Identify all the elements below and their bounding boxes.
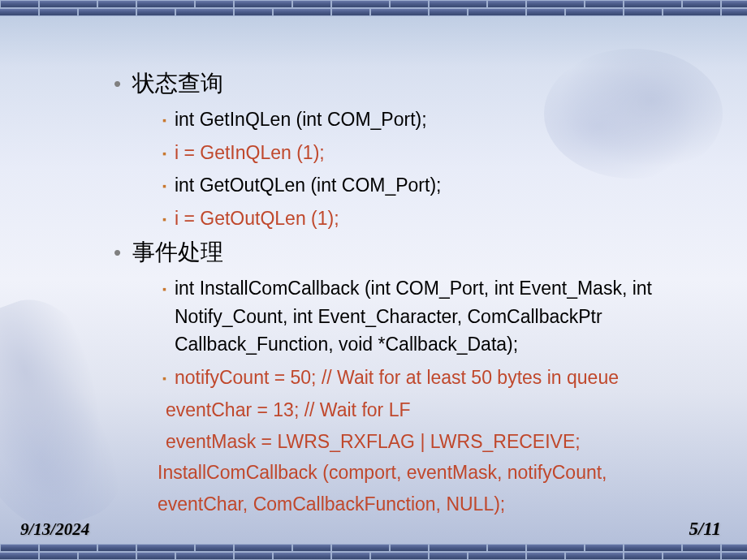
code-line: InstallComCallback (comport, eventMask, … — [154, 459, 715, 487]
sub-item-text: i = GetInQLen (1); — [175, 139, 325, 167]
footer-date: 9/13/2024 — [20, 519, 89, 540]
code-line: eventChar = 13; // Wait for LF — [162, 396, 715, 424]
bullet-title: 状态查询 — [132, 68, 223, 99]
bullet-status-query: • 状态查询 — [114, 68, 715, 99]
bullet-title: 事件处理 — [132, 237, 223, 268]
square-bullet-icon: ▪ — [162, 281, 166, 298]
footer-page-number: 5/11 — [689, 519, 721, 540]
sub-item-text: int InstallComCallback (int COM_Port, in… — [175, 274, 715, 359]
sub-item-text: int GetOutQLen (int COM_Port); — [175, 171, 442, 200]
code-line: eventChar, ComCallbackFunction, NULL); — [154, 490, 715, 519]
sub-item: ▪ i = GetOutQLen (1); — [162, 205, 715, 233]
top-border — [0, 0, 747, 16]
slide: • 状态查询 ▪ int GetInQLen (int COM_Port); ▪… — [0, 0, 747, 560]
sub-item: ▪ int GetInQLen (int COM_Port); — [162, 106, 715, 134]
bullet-dot-icon: • — [114, 242, 121, 263]
bullet-event-handling: • 事件处理 — [114, 237, 715, 268]
sub-item-text: i = GetOutQLen (1); — [175, 205, 339, 233]
sub-item-text: notifyCount = 50; // Wait for at least 5… — [175, 364, 619, 392]
square-bullet-icon: ▪ — [162, 112, 166, 129]
sub-item: ▪ int InstallComCallback (int COM_Port, … — [162, 274, 715, 359]
sub-group-status: ▪ int GetInQLen (int COM_Port); ▪ i = Ge… — [162, 106, 715, 232]
bullet-dot-icon: • — [114, 73, 121, 94]
bottom-border — [0, 544, 747, 560]
sub-group-events: ▪ int InstallComCallback (int COM_Port, … — [162, 274, 715, 391]
square-bullet-icon: ▪ — [162, 178, 166, 195]
slide-content: • 状态查询 ▪ int GetInQLen (int COM_Port); ▪… — [114, 65, 715, 521]
code-line: eventMask = LWRS_RXFLAG | LWRS_RECEIVE; — [162, 428, 715, 456]
square-bullet-icon: ▪ — [162, 211, 166, 228]
slide-footer: 9/13/2024 5/11 — [0, 515, 747, 540]
sub-item: ▪ i = GetInQLen (1); — [162, 139, 715, 167]
square-bullet-icon: ▪ — [162, 370, 166, 387]
square-bullet-icon: ▪ — [162, 145, 166, 162]
sub-item-text: int GetInQLen (int COM_Port); — [175, 106, 427, 134]
sub-item: ▪ int GetOutQLen (int COM_Port); — [162, 171, 715, 200]
sub-item: ▪ notifyCount = 50; // Wait for at least… — [162, 364, 715, 392]
